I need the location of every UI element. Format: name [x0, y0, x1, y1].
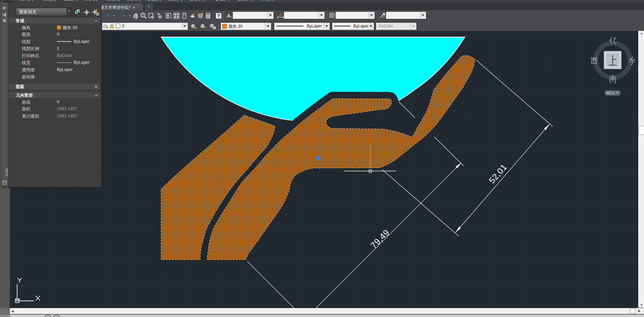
svg-text:特性: 特性: [5, 168, 8, 177]
svg-text:?: ?: [217, 13, 220, 19]
svg-text:A: A: [227, 13, 231, 19]
svg-text:WCS: WCS: [606, 91, 615, 95]
